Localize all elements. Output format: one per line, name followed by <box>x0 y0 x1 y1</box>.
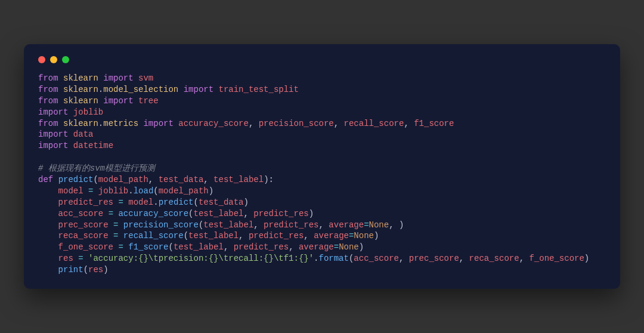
kwarg-name: average <box>299 242 334 252</box>
code-line: import data <box>38 130 93 139</box>
function-call: print <box>58 265 83 275</box>
submodule: model_selection <box>103 85 178 94</box>
code-line: print(res) <box>38 265 109 275</box>
code-line: from sklearn.metrics import accuracy_sco… <box>38 119 454 128</box>
code-line: model = joblib.load(model_path) <box>38 186 213 196</box>
keyword-from: from <box>38 96 58 106</box>
code-line: from sklearn import svm <box>38 73 153 83</box>
arg: acc_score <box>354 254 399 263</box>
method: predict <box>159 198 194 207</box>
zoom-icon[interactable] <box>62 56 69 63</box>
equals: = <box>83 186 98 196</box>
object: joblib <box>98 186 128 196</box>
keyword-import: import <box>38 141 68 150</box>
object: model <box>128 198 153 207</box>
keyword-def: def <box>38 175 53 184</box>
equals: = <box>109 231 123 240</box>
arg: reca_score <box>469 254 519 263</box>
kwarg-value: None <box>369 220 389 230</box>
param: test_data <box>159 175 204 184</box>
dot: . <box>128 186 133 196</box>
module: sklearn <box>63 73 98 83</box>
paren-close: ) <box>309 209 314 218</box>
paren-open: ( <box>83 265 88 275</box>
indent <box>38 254 58 263</box>
var: model <box>58 186 83 196</box>
comma: , <box>249 119 259 128</box>
code-line: def predict(model_path, test_data, test_… <box>38 175 274 184</box>
equals: = <box>113 198 128 207</box>
module: sklearn <box>63 96 98 106</box>
code-line: from sklearn.model_selection import trai… <box>38 85 299 94</box>
kwarg-value: None <box>354 231 374 240</box>
arg: f_one_score <box>529 254 584 263</box>
keyword-import: import <box>184 85 213 94</box>
comma: , <box>399 254 409 263</box>
paren-close: ) <box>584 254 589 263</box>
code-line: res = 'accuracy:{}\tprecision:{}\trecall… <box>38 254 589 263</box>
import-target: accuracy_score <box>178 119 249 128</box>
equals: = <box>113 242 128 252</box>
dot: . <box>98 119 103 128</box>
keyword-from: from <box>38 119 58 128</box>
string-literal: 'accuracy:{}\tprecision:{}\trecall:{}\tf… <box>88 254 314 263</box>
var: acc_score <box>58 209 104 218</box>
paren-open: ( <box>168 242 173 252</box>
arg: test_label <box>203 220 253 230</box>
equals: = <box>73 254 88 263</box>
code-line: acc_score = accuracy_score(test_label, p… <box>38 209 314 218</box>
function-call: accuracy_score <box>118 209 188 218</box>
arg: model_path <box>159 186 209 196</box>
import-target: precision_score <box>259 119 334 128</box>
close-icon[interactable] <box>38 56 45 63</box>
kwarg-name: average <box>329 220 364 230</box>
function-name: predict <box>58 175 94 184</box>
code-line: reca_score = recall_score(test_label, pr… <box>38 231 379 240</box>
paren-open: ( <box>93 175 98 184</box>
code-line: import joblib <box>38 107 103 117</box>
comma: , <box>239 231 249 240</box>
method: load <box>134 186 154 196</box>
submodule: metrics <box>103 119 138 128</box>
kwarg-value: None <box>339 242 359 252</box>
arg: test_data <box>199 198 244 207</box>
arg: predict_res <box>253 209 308 218</box>
indent <box>38 198 58 207</box>
equals-sign: = <box>334 242 339 252</box>
comma: , <box>519 254 530 263</box>
equals: = <box>103 209 118 218</box>
code-line: from sklearn import tree <box>38 96 159 106</box>
paren-close: ) <box>359 242 364 252</box>
comma: , <box>244 209 254 218</box>
keyword-import: import <box>143 119 173 128</box>
comma: , <box>304 231 314 240</box>
import-target: data <box>73 130 94 139</box>
code-line: import datetime <box>38 141 113 150</box>
dot: . <box>314 254 318 263</box>
equals-sign: = <box>364 220 369 230</box>
code-line: # 根据现有的svm模型进行预测 <box>38 164 155 173</box>
var: res <box>58 254 73 263</box>
comma: , <box>289 242 299 252</box>
keyword-import: import <box>38 107 68 117</box>
code-block: from sklearn import svm from sklearn.mod… <box>38 73 606 276</box>
indent <box>38 265 58 275</box>
arg: predict_res <box>249 231 304 240</box>
paren-open: ( <box>184 231 188 240</box>
code-window: from sklearn import svm from sklearn.mod… <box>24 44 620 289</box>
keyword-import: import <box>103 96 133 106</box>
param: model_path <box>98 175 148 184</box>
import-target: tree <box>138 96 159 106</box>
arg: predict_res <box>264 220 318 230</box>
var: f_one_score <box>58 242 113 252</box>
keyword-import: import <box>38 130 68 139</box>
arg: test_label <box>174 242 224 252</box>
var: predict_res <box>58 198 113 207</box>
arg: prec_score <box>409 254 459 263</box>
import-target: joblib <box>73 107 103 117</box>
paren-close: ) <box>244 198 249 207</box>
tail: , ) <box>389 220 404 230</box>
function-call: f1_score <box>128 242 168 252</box>
arg: test_label <box>188 231 239 240</box>
minimize-icon[interactable] <box>50 56 57 63</box>
